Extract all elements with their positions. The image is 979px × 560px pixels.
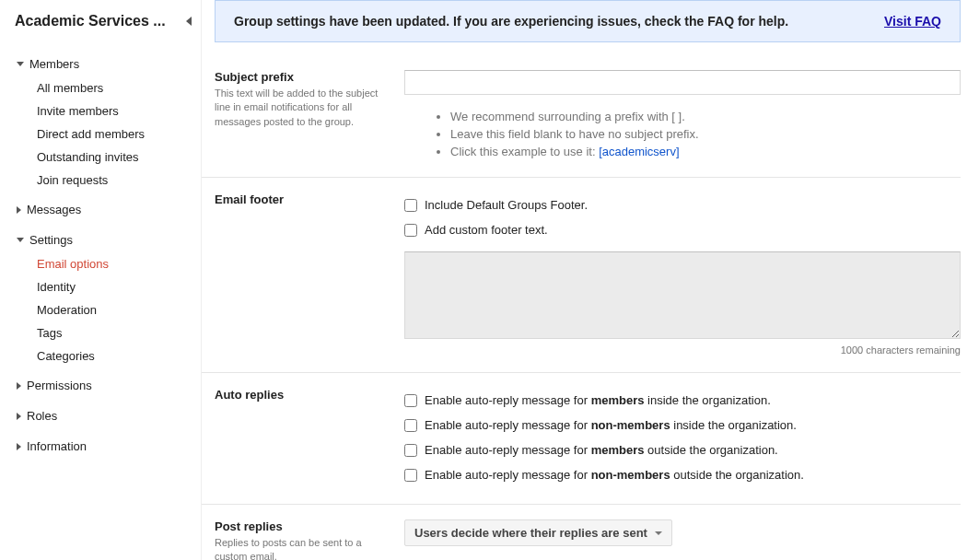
nav-join-requests[interactable]: Join requests bbox=[17, 169, 201, 192]
main-content: Group settings have been updated. If you… bbox=[201, 0, 979, 560]
nav-settings-label: Settings bbox=[29, 233, 73, 247]
autoreply-nonmembers-outside-row[interactable]: Enable auto-reply message for non-member… bbox=[404, 462, 961, 487]
nav-moderation[interactable]: Moderation bbox=[17, 298, 201, 321]
nav-permissions-label: Permissions bbox=[27, 379, 92, 392]
autoreply-nonmembers-inside-row[interactable]: Enable auto-reply message for non-member… bbox=[404, 413, 961, 438]
subject-prefix-desc: This text will be added to the subject l… bbox=[215, 87, 391, 129]
add-custom-footer-row[interactable]: Add custom footer text. bbox=[404, 217, 961, 242]
post-replies-title: Post replies bbox=[215, 519, 391, 533]
nav-all-members[interactable]: All members bbox=[17, 76, 201, 99]
nav-roles[interactable]: Roles bbox=[17, 403, 201, 428]
nav-members-label: Members bbox=[29, 57, 79, 71]
subject-prefix-title: Subject prefix bbox=[215, 70, 391, 84]
nav-categories[interactable]: Categories bbox=[17, 344, 201, 368]
nav-messages-label: Messages bbox=[27, 203, 81, 216]
nav-information[interactable]: Information bbox=[17, 434, 201, 459]
prefix-hint-1: We recommend surrounding a prefix with [… bbox=[450, 108, 961, 125]
prefix-example-link[interactable]: [academicserv] bbox=[599, 145, 679, 158]
nav-information-label: Information bbox=[27, 439, 87, 453]
nav-identity[interactable]: Identity bbox=[17, 275, 201, 298]
autoreply-members-outside-row[interactable]: Enable auto-reply message for members ou… bbox=[404, 438, 961, 462]
email-footer-title: Email footer bbox=[215, 192, 391, 206]
autoreply-nonmembers-outside-checkbox[interactable] bbox=[404, 469, 417, 482]
info-banner: Group settings have been updated. If you… bbox=[215, 0, 961, 42]
nav-invite-members[interactable]: Invite members bbox=[17, 99, 201, 122]
banner-text: Group settings have been updated. If you… bbox=[234, 14, 788, 29]
nav-direct-add-members[interactable]: Direct add members bbox=[17, 122, 201, 146]
nav-members[interactable]: Members bbox=[17, 52, 201, 76]
autoreply-members-outside-checkbox[interactable] bbox=[404, 444, 417, 457]
nav-roles-label: Roles bbox=[27, 409, 57, 423]
chevron-down-icon bbox=[17, 238, 24, 242]
footer-chars-remaining: 1000 characters remaining bbox=[404, 344, 961, 356]
prefix-hint-2: Leave this field blank to have no subjec… bbox=[450, 125, 961, 143]
nav-outstanding-invites[interactable]: Outstanding invites bbox=[17, 146, 201, 169]
custom-footer-textarea bbox=[404, 251, 961, 339]
collapse-sidebar-icon[interactable] bbox=[186, 17, 192, 26]
nav-permissions[interactable]: Permissions bbox=[17, 373, 201, 398]
chevron-right-icon bbox=[17, 206, 21, 214]
include-default-footer-row[interactable]: Include Default Groups Footer. bbox=[404, 192, 961, 217]
autoreply-nonmembers-inside-checkbox[interactable] bbox=[404, 419, 417, 432]
autoreply-members-inside-row[interactable]: Enable auto-reply message for members in… bbox=[404, 388, 961, 413]
chevron-down-icon bbox=[17, 62, 24, 66]
include-default-footer-checkbox[interactable] bbox=[404, 199, 417, 212]
chevron-right-icon bbox=[17, 443, 21, 450]
post-replies-dropdown[interactable]: Users decide where their replies are sen… bbox=[404, 519, 672, 546]
chevron-down-icon bbox=[655, 531, 662, 535]
subject-prefix-input[interactable] bbox=[404, 70, 961, 95]
prefix-hint-3: Click this example to use it: [academics… bbox=[450, 143, 961, 160]
chevron-right-icon bbox=[17, 382, 21, 390]
post-replies-desc: Replies to posts can be sent to a custom… bbox=[215, 536, 391, 560]
auto-replies-title: Auto replies bbox=[215, 388, 391, 402]
autoreply-members-inside-checkbox[interactable] bbox=[404, 394, 417, 407]
chevron-right-icon bbox=[17, 413, 21, 420]
group-title: Academic Services ... bbox=[15, 13, 166, 29]
nav-settings[interactable]: Settings bbox=[17, 228, 201, 252]
sidebar: Academic Services ... Members All member… bbox=[0, 0, 201, 560]
add-custom-footer-checkbox[interactable] bbox=[404, 224, 417, 237]
nav-tags[interactable]: Tags bbox=[17, 321, 201, 344]
visit-faq-link[interactable]: Visit FAQ bbox=[884, 14, 941, 29]
nav-email-options[interactable]: Email options bbox=[17, 252, 201, 275]
nav-messages[interactable]: Messages bbox=[17, 197, 201, 222]
